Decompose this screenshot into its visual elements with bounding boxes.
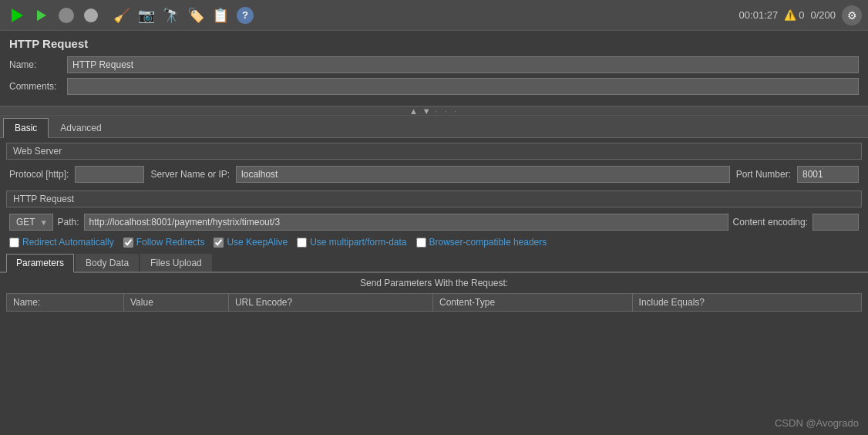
col-url-encode: URL Encode? [228, 294, 432, 312]
main-area: HTTP Request Name: Comments: ▲ ▼ · · · B… [0, 31, 868, 435]
name-input[interactable] [67, 56, 859, 73]
toolbar-right: 00:01:27 ⚠️ 0 0/200 ⚙ [739, 5, 862, 25]
http-request-row: GET ▼ Path: Content encoding: [0, 211, 868, 234]
encoding-label: Content encoding: [733, 217, 808, 228]
play-alt-button[interactable] [31, 5, 52, 26]
tab-advanced[interactable]: Advanced [49, 118, 113, 137]
keep-alive-label: Use KeepAlive [227, 237, 288, 248]
port-input[interactable] [797, 166, 859, 183]
settings-icon[interactable]: ⚙ [842, 5, 862, 25]
multipart-label: Use multipart/form-data [310, 237, 406, 248]
warning-count: 0 [799, 9, 804, 21]
progress-count: 0/200 [810, 9, 836, 21]
warning-icon: ⚠️ [784, 9, 796, 21]
redirect-auto-checkbox[interactable]: Redirect Automatically [9, 237, 114, 248]
comments-input[interactable] [67, 78, 859, 95]
col-include-equals: Include Equals? [632, 294, 861, 312]
browser-compat-label: Browser-compatible headers [429, 237, 547, 248]
badge-icon[interactable]: 🏷️ [185, 5, 207, 26]
params-table: Name: Value URL Encode? Content-Type Inc… [6, 293, 862, 312]
table-header-row: Name: Value URL Encode? Content-Type Inc… [7, 294, 862, 312]
method-dropdown[interactable]: GET ▼ [9, 214, 53, 231]
method-text: GET [13, 217, 39, 228]
col-value: Value [124, 294, 229, 312]
browser-compat-checkbox[interactable]: Browser-compatible headers [416, 237, 547, 248]
keep-alive-checkbox[interactable]: Use KeepAlive [214, 237, 288, 248]
play-button[interactable] [6, 5, 28, 26]
sub-tab-body-data[interactable]: Body Data [76, 254, 139, 271]
sub-tab-bar: Parameters Body Data Files Upload [0, 254, 868, 273]
comments-row: Comments: [9, 78, 859, 95]
divider-handle[interactable]: ▲ ▼ · · · [0, 106, 868, 116]
tab-bar: Basic Advanced [0, 116, 868, 138]
warning-badge: ⚠️ 0 [784, 9, 804, 21]
checkbox-row: Redirect Automatically Follow Redirects … [0, 234, 868, 251]
broom-icon[interactable]: 🧹 [111, 5, 133, 26]
name-row: Name: [9, 56, 859, 73]
sub-tab-parameters[interactable]: Parameters [6, 254, 74, 273]
col-content-type: Content-Type [433, 294, 633, 312]
follow-redirects-checkbox[interactable]: Follow Redirects [123, 237, 205, 248]
path-input[interactable] [84, 214, 728, 231]
params-title: Send Parameters With the Request: [6, 273, 862, 293]
port-label: Port Number: [736, 169, 791, 180]
top-panel: HTTP Request Name: Comments: [0, 31, 868, 106]
col-name: Name: [7, 294, 124, 312]
camera-icon[interactable]: 📷 [136, 5, 157, 26]
http-request-section: HTTP Request [6, 191, 862, 207]
path-label: Path: [58, 217, 79, 228]
web-server-row: Protocol [http]: Server Name or IP: Port… [0, 163, 868, 186]
redirect-auto-label: Redirect Automatically [22, 237, 114, 248]
comments-label: Comments: [9, 81, 67, 92]
divider-dots: · · · [436, 106, 459, 116]
method-arrow-icon: ▼ [39, 218, 49, 227]
watermark: CSDN @Avogrado [775, 417, 859, 429]
name-label: Name: [9, 59, 67, 70]
page-title: HTTP Request [9, 37, 859, 50]
binoculars-icon[interactable]: 🔭 [160, 5, 182, 26]
sub-tab-files-upload[interactable]: Files Upload [140, 254, 212, 271]
timer-display: 00:01:27 [739, 9, 779, 21]
stop-alt-button[interactable] [80, 5, 102, 26]
stop-button[interactable] [56, 5, 77, 26]
multipart-checkbox[interactable]: Use multipart/form-data [297, 237, 406, 248]
tab-basic[interactable]: Basic [3, 118, 49, 138]
server-label: Server Name or IP: [150, 169, 230, 180]
server-input[interactable] [236, 166, 730, 183]
help-icon[interactable]: ? [234, 5, 256, 26]
follow-redirects-label: Follow Redirects [136, 237, 205, 248]
book-icon[interactable]: 📋 [210, 5, 231, 26]
encoding-input[interactable] [812, 214, 859, 231]
protocol-label: Protocol [http]: [9, 169, 69, 180]
web-server-section: Web Server [6, 143, 862, 160]
toolbar: 🧹 📷 🔭 🏷️ 📋 ? 00:01:27 ⚠️ 0 0/200 ⚙ [0, 0, 868, 31]
parameters-section: Send Parameters With the Request: Name: … [0, 273, 868, 435]
bottom-panel: Basic Advanced Web Server Protocol [http… [0, 116, 868, 435]
protocol-input[interactable] [75, 166, 144, 183]
toolbar-left: 🧹 📷 🔭 🏷️ 📋 ? [6, 5, 739, 26]
